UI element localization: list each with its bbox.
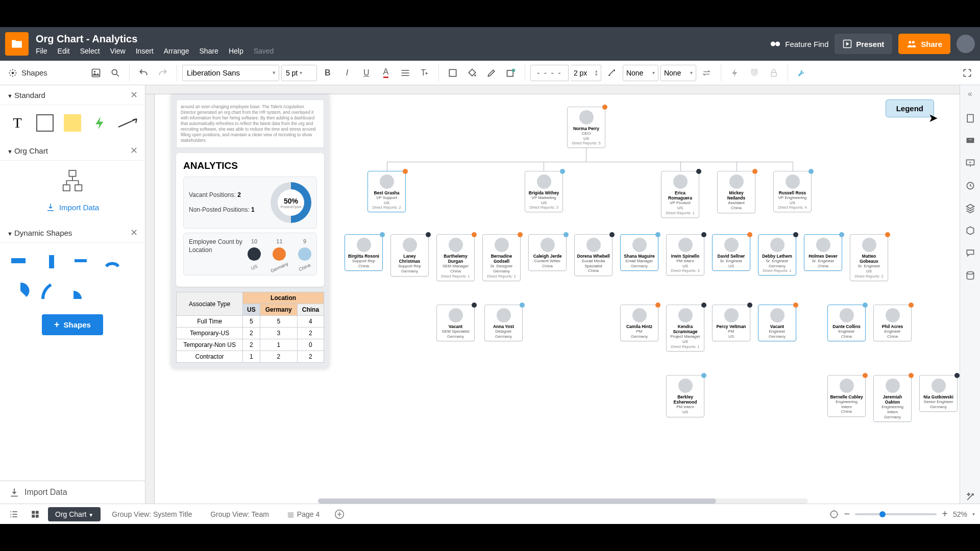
grid-view-button[interactable] [27, 506, 44, 523]
add-page-button[interactable] [331, 506, 348, 523]
redo-button[interactable] [154, 64, 172, 82]
org-chart-area[interactable]: Legend ➤ Norma PerryCEOUSDirect Reports:… [338, 91, 939, 479]
import-data-footer[interactable]: Import Data [0, 481, 145, 504]
rail-chat-icon[interactable] [964, 246, 977, 260]
org-node[interactable]: VacantEngineerGermany [758, 305, 796, 341]
rail-data-icon[interactable] [964, 224, 977, 237]
fullscreen-button[interactable] [959, 64, 976, 82]
org-node[interactable]: Laney ChristmasSupport RepGermany [390, 234, 429, 277]
endpoint-end-select[interactable]: None▾ [660, 65, 696, 81]
text-format-button[interactable]: T▸ [416, 64, 433, 82]
shape-options-button[interactable] [502, 64, 520, 82]
org-node[interactable]: Camila HintzPMGermany [620, 305, 658, 341]
rail-db-icon[interactable] [964, 269, 977, 282]
menu-share[interactable]: Share [200, 47, 218, 55]
org-node[interactable]: Nia GutkowskiSenior EngineerGermany [919, 375, 958, 412]
rail-magic-icon[interactable] [964, 490, 977, 504]
rail-page-icon[interactable] [964, 112, 977, 125]
import-data-link[interactable]: Import Data [39, 198, 106, 216]
dyn-arc-fill[interactable] [10, 281, 31, 301]
org-node[interactable]: Shana MaguireEmail ManagerGermany [620, 234, 658, 271]
close-icon[interactable]: ✕ [130, 145, 138, 156]
rail-comment-icon[interactable]: "" [964, 134, 977, 147]
line-type-button[interactable] [603, 64, 621, 82]
org-node[interactable]: Dorena WhebellSocial Media SpecialistChi… [574, 234, 612, 276]
fill-color-button[interactable] [463, 64, 481, 82]
tab-orgchart[interactable]: Org Chart ▼ [48, 507, 101, 521]
present-button[interactable]: Present [835, 34, 892, 54]
org-node[interactable]: Debby LethemSr. EngineerGermanyDirect Re… [758, 234, 796, 276]
org-node[interactable]: Matteo GobeauxSr. EngineerUSDirect Repor… [850, 234, 888, 281]
dyn-arc-open[interactable] [102, 250, 122, 270]
org-node[interactable]: Anna YostDesignerGermany [484, 305, 523, 341]
bolt-shape[interactable] [90, 112, 110, 134]
shapes-panel-toggle[interactable]: Shapes [4, 68, 52, 78]
org-node[interactable]: Mickey NeilandsAssistantChina [717, 171, 755, 213]
rail-layers-icon[interactable] [964, 202, 977, 215]
menu-insert[interactable]: Insert [136, 47, 154, 55]
rail-history-icon[interactable] [964, 179, 977, 192]
wrench-button[interactable] [793, 64, 811, 82]
add-shapes-button[interactable]: +Shapes [42, 314, 103, 335]
canvas[interactable]: around an ever-changing employee base. T… [145, 85, 960, 504]
app-logo[interactable] [5, 32, 29, 56]
zoom-in-button[interactable]: + [942, 508, 948, 520]
org-node[interactable]: Kendra ScrammageProject ManagerUSDirect … [666, 305, 704, 352]
list-view-button[interactable] [5, 506, 22, 523]
org-node[interactable]: Percy VeltmanPMUS [712, 305, 750, 341]
menu-edit[interactable]: Edit [58, 47, 70, 55]
line-color-button[interactable] [483, 64, 500, 82]
magnet-button[interactable] [746, 64, 763, 82]
org-node[interactable]: David SellnerSr. EngineerUS [712, 234, 750, 271]
dyn-bar-v[interactable] [41, 250, 61, 270]
org-node[interactable]: Bernadine GodsellSr. DesignerGermanyDire… [482, 234, 521, 281]
italic-button[interactable]: I [338, 64, 356, 82]
zoom-out-button[interactable]: − [844, 508, 850, 520]
font-size-select[interactable]: 5 pt▾ [281, 65, 317, 81]
bold-button[interactable]: B [319, 64, 336, 82]
zoom-level[interactable]: 52% [953, 510, 967, 518]
section-dynamic[interactable]: ▼ Dynamic Shapes ✕ [0, 223, 145, 243]
tab-group-system[interactable]: Group View: System Title [105, 507, 199, 521]
menu-arrange[interactable]: Arrange [164, 47, 189, 55]
endpoint-start-select[interactable]: None▾ [623, 65, 658, 81]
lock-button[interactable] [765, 64, 782, 82]
feature-find-button[interactable]: Feature Find [770, 38, 828, 49]
org-node[interactable]: Birgitta RosoniSupport RepChina [345, 234, 383, 271]
org-node[interactable]: Holmes DeverSr. EngineerChina [804, 234, 842, 271]
dyn-quarter[interactable] [41, 281, 61, 301]
org-node[interactable]: Irwin SpinelloPM InternUSDirect Reports:… [666, 234, 704, 276]
horizontal-scrollbar[interactable] [318, 498, 808, 504]
tab-page4[interactable]: ▦Page 4 [280, 507, 327, 521]
target-icon[interactable] [829, 509, 839, 519]
org-node[interactable]: VacantSEM SpecialistGermany [436, 305, 475, 341]
org-node[interactable]: Barthelemy DurganSEM ManagerChinaDirect … [436, 234, 475, 281]
line-style-select[interactable]: - - - - [530, 65, 569, 81]
tab-group-team[interactable]: Group View: Team [203, 507, 276, 521]
org-node[interactable]: Jeremiah OaktonEngineering InternGermany [873, 375, 912, 422]
orgchart-icon[interactable] [60, 168, 85, 193]
analytics-panel[interactable]: around an ever-changing employee base. T… [171, 94, 329, 368]
org-node[interactable]: Phil AcresEngineerChina [873, 305, 912, 341]
section-orgchart[interactable]: ▼ Org Chart ✕ [0, 141, 145, 161]
org-node[interactable]: Caleigh JerdeContent WriterChina [528, 234, 567, 271]
share-button[interactable]: Share [898, 34, 950, 54]
legend-button[interactable]: Legend ➤ [886, 99, 934, 117]
close-icon[interactable]: ✕ [130, 89, 138, 101]
rect-shape[interactable] [35, 112, 55, 134]
org-node[interactable]: Russell RossVP EngineeringUSDirect Repor… [773, 171, 812, 212]
menu-view[interactable]: View [110, 47, 126, 55]
org-node[interactable]: Berkley EsherwoodPM InternUS [666, 375, 704, 417]
org-node[interactable]: Dante CollinsEngineerChina [827, 305, 866, 341]
dyn-wedge[interactable] [71, 281, 92, 301]
align-button[interactable] [397, 64, 414, 82]
swap-endpoints-button[interactable] [698, 64, 716, 82]
document-title[interactable]: Org Chart - Analytics [36, 33, 274, 45]
note-shape[interactable] [62, 112, 83, 134]
close-icon[interactable]: ✕ [130, 227, 138, 238]
org-node[interactable]: Erica RomagueraVP ProductUSDirect Report… [661, 171, 699, 218]
section-standard[interactable]: ▼ Standard ✕ [0, 85, 145, 105]
undo-button[interactable] [135, 64, 152, 82]
collapse-rail-button[interactable]: « [968, 89, 972, 98]
shape-fill-button[interactable] [444, 64, 461, 82]
